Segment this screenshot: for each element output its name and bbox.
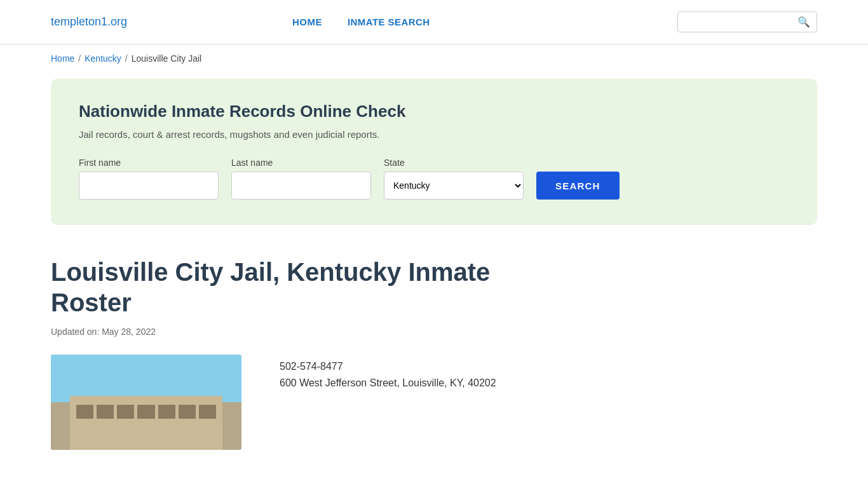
page-title: Louisville City Jail, Kentucky Inmate Ro… <box>51 257 496 318</box>
state-label: State <box>384 158 524 168</box>
jail-image <box>51 355 241 450</box>
contact-address: 600 West Jefferson Street, Louisville, K… <box>280 377 496 389</box>
state-group: State Kentucky Alabama Alaska Arizona Ar… <box>384 158 524 200</box>
last-name-group: Last name <box>231 158 371 200</box>
main-nav: HOME INMATE SEARCH <box>292 17 430 27</box>
search-button[interactable]: SEARCH <box>536 172 620 200</box>
nav-inmate-search[interactable]: INMATE SEARCH <box>348 17 430 27</box>
updated-date: Updated on: May 28, 2022 <box>51 327 817 337</box>
first-name-label: First name <box>79 158 219 168</box>
breadcrumb-kentucky[interactable]: Kentucky <box>85 53 121 64</box>
breadcrumb-sep-2: / <box>125 53 128 64</box>
main-content: Louisville City Jail, Kentucky Inmate Ro… <box>0 244 868 475</box>
first-name-input[interactable] <box>79 172 219 200</box>
contact-info: 502-574-8477 600 West Jefferson Street, … <box>280 355 496 389</box>
state-select[interactable]: Kentucky Alabama Alaska Arizona Arkansas… <box>384 172 524 200</box>
first-name-group: First name <box>79 158 219 200</box>
last-name-input[interactable] <box>231 172 371 200</box>
contact-phone: 502-574-8477 <box>280 361 496 372</box>
breadcrumb: Home / Kentucky / Louisville City Jail <box>0 44 868 72</box>
search-panel-title: Nationwide Inmate Records Online Check <box>79 102 789 121</box>
search-form: First name Last name State Kentucky Alab… <box>79 158 789 200</box>
breadcrumb-current: Louisville City Jail <box>132 53 201 64</box>
search-panel-subtitle: Jail records, court & arrest records, mu… <box>79 129 789 140</box>
search-panel: Nationwide Inmate Records Online Check J… <box>51 79 817 225</box>
header: templeton1.org HOME INMATE SEARCH 🔍 <box>0 0 868 44</box>
breadcrumb-sep-1: / <box>78 53 81 64</box>
breadcrumb-home[interactable]: Home <box>51 53 74 64</box>
site-logo[interactable]: templeton1.org <box>51 15 127 29</box>
search-icon: 🔍 <box>797 16 810 28</box>
nav-home[interactable]: HOME <box>292 17 322 27</box>
header-search-box: 🔍 <box>677 11 817 32</box>
last-name-label: Last name <box>231 158 371 168</box>
header-search-input[interactable] <box>684 17 797 27</box>
info-section: 502-574-8477 600 West Jefferson Street, … <box>51 355 817 450</box>
